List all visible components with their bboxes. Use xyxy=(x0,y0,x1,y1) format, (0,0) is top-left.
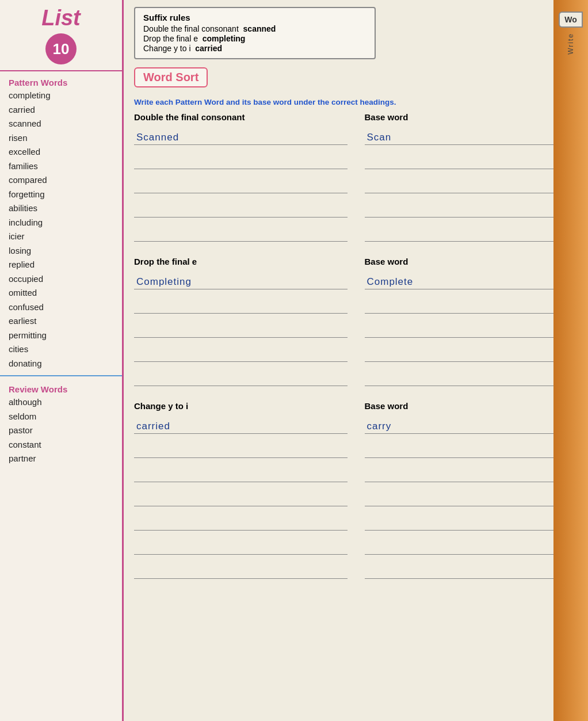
list-item: confused xyxy=(0,300,122,315)
write-line[interactable] xyxy=(365,342,578,362)
list-item: compared xyxy=(0,173,122,188)
write-line[interactable] xyxy=(365,222,578,242)
list-item: abilities xyxy=(0,201,122,216)
write-line[interactable] xyxy=(134,318,348,338)
write-line[interactable]: Completing xyxy=(134,270,348,289)
suffix-rules-title: Suffix rules xyxy=(143,13,366,22)
list-item: permitting xyxy=(0,329,122,343)
rule3-line: Change y to i carried xyxy=(143,44,366,53)
write-line-text: Complete xyxy=(365,276,414,288)
list-item: carried xyxy=(0,103,122,117)
list-item: families xyxy=(0,159,122,174)
write-line[interactable] xyxy=(365,294,578,314)
section1-columns: Double the final consonant Scanned Base … xyxy=(134,112,578,246)
write-line[interactable] xyxy=(134,294,348,314)
section3-header-right: Base word xyxy=(365,401,578,411)
rule3-label: Change y to i xyxy=(143,44,191,53)
section1-right-col: Base word Scan xyxy=(365,112,578,246)
write-line[interactable] xyxy=(134,559,348,579)
list-item: forgetting xyxy=(0,188,122,202)
rule1-word: scanned xyxy=(243,24,276,33)
section3-columns: Change y to i carried Base word carry xyxy=(134,401,578,583)
section1-block: Double the final consonant Scanned Base … xyxy=(134,112,578,246)
sidebar-divider-bottom xyxy=(0,375,122,376)
write-line[interactable] xyxy=(365,150,578,169)
list-title: List xyxy=(0,6,122,30)
write-line[interactable] xyxy=(134,511,348,531)
write-line[interactable]: carried xyxy=(134,414,348,434)
write-line[interactable] xyxy=(365,318,578,338)
list-item: replied xyxy=(0,258,122,272)
write-line[interactable] xyxy=(134,438,348,458)
list-item: completing xyxy=(0,89,122,103)
list-item: scanned xyxy=(0,117,122,131)
list-item: including xyxy=(0,216,122,230)
write-line[interactable] xyxy=(134,198,348,218)
pattern-words-label: Pattern Words xyxy=(0,74,122,89)
list-item: risen xyxy=(0,131,122,146)
main-content: Suffix rules Double the final consonant … xyxy=(124,0,588,721)
write-line[interactable] xyxy=(365,463,578,482)
write-line[interactable] xyxy=(134,174,348,193)
rule1-line: Double the final consonant scanned xyxy=(143,24,366,33)
sidebar-divider-top xyxy=(0,70,122,71)
write-line-text: carried xyxy=(134,421,170,432)
list-number: 10 xyxy=(45,33,77,64)
write-line[interactable] xyxy=(134,487,348,506)
right-edge-decoration: Wo Write xyxy=(553,0,588,721)
section2-header-left: Drop the final e xyxy=(134,257,348,266)
write-line[interactable] xyxy=(365,559,578,579)
instruction-text: Write each Pattern Word and its base wor… xyxy=(134,98,578,106)
write-line[interactable]: Scanned xyxy=(134,125,348,145)
list-item: losing xyxy=(0,244,122,258)
word-sort-box: Word Sort xyxy=(134,67,208,87)
list-item: constant xyxy=(0,438,122,452)
section3-block: Change y to i carried Base word carry xyxy=(134,401,578,583)
section1-left-col: Double the final consonant Scanned xyxy=(134,112,348,246)
list-item: cities xyxy=(0,342,122,357)
section1-header-right: Base word xyxy=(365,112,578,122)
write-line[interactable] xyxy=(134,535,348,555)
rule1-label: Double the final consonant xyxy=(143,24,239,33)
section2-columns: Drop the final e Completing Base word Co… xyxy=(134,257,578,391)
write-line[interactable] xyxy=(134,222,348,242)
write-line[interactable] xyxy=(365,535,578,555)
section2-header-right: Base word xyxy=(365,257,578,266)
word-sort-label: Word Sort xyxy=(143,71,198,83)
list-item: icier xyxy=(0,230,122,244)
write-line[interactable]: Complete xyxy=(365,270,578,289)
section2-block: Drop the final e Completing Base word Co… xyxy=(134,257,578,391)
write-line[interactable] xyxy=(365,438,578,458)
rule2-line: Drop the final e completing xyxy=(143,34,366,43)
section2-right-col: Base word Complete xyxy=(365,257,578,391)
write-line-text: Scan xyxy=(365,132,392,143)
write-line-text: Scanned xyxy=(134,132,179,143)
list-item: occupied xyxy=(0,272,122,287)
review-words-label: Review Words xyxy=(0,381,122,395)
write-line[interactable] xyxy=(365,487,578,506)
write-line-text: Completing xyxy=(134,276,192,288)
list-item: donating xyxy=(0,357,122,371)
write-line[interactable]: Scan xyxy=(365,125,578,145)
write-line[interactable] xyxy=(134,367,348,386)
rule3-word: carried xyxy=(195,44,222,53)
section3-right-col: Base word carry xyxy=(365,401,578,583)
list-item: excelled xyxy=(0,145,122,159)
list-item: although xyxy=(0,395,122,410)
write-line[interactable] xyxy=(134,463,348,482)
list-item: omitted xyxy=(0,286,122,300)
write-line[interactable] xyxy=(365,511,578,531)
write-line[interactable] xyxy=(365,174,578,193)
section3-header-left: Change y to i xyxy=(134,401,348,411)
write-line[interactable] xyxy=(134,150,348,169)
list-item: earliest xyxy=(0,314,122,329)
rule2-word: completing xyxy=(203,34,246,43)
pattern-words-list: completing carried scanned risen excelle… xyxy=(0,89,122,371)
write-line[interactable] xyxy=(365,367,578,386)
write-line[interactable] xyxy=(134,342,348,362)
list-item: partner xyxy=(0,452,122,466)
write-line[interactable]: carry xyxy=(365,414,578,434)
write-line-text: carry xyxy=(365,421,392,432)
write-line[interactable] xyxy=(365,198,578,218)
rule2-label: Drop the final e xyxy=(143,34,198,43)
